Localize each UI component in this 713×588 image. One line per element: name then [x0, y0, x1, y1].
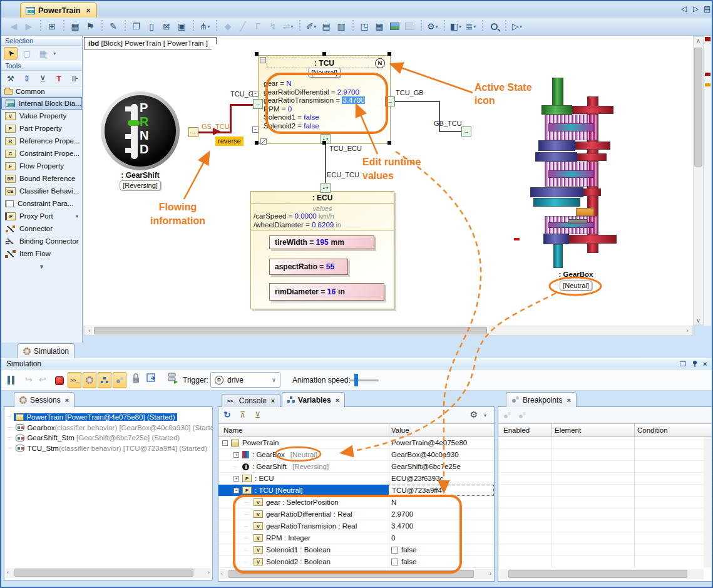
variable-row[interactable]: ┄VgearRatioDifferential : Real2.9700 [218, 508, 494, 520]
port-gs-tcu[interactable]: → [188, 127, 198, 137]
diagram-list-icon[interactable]: ▤ [704, 4, 710, 13]
warning-marker[interactable] [705, 83, 710, 86]
breakpoints-toggle-icon[interactable] [113, 372, 126, 388]
gearshift-state-label[interactable]: [Reversing] [120, 180, 161, 190]
breakpoints-vscrollbar[interactable] [704, 437, 711, 567]
multi-select-tool-icon[interactable]: ▦ [36, 47, 50, 59]
compartment-grip[interactable] [260, 57, 266, 63]
tcu-runtime-values[interactable]: gear = NgearRatioDifferential = 2.9700ge… [264, 80, 365, 130]
column-condition[interactable]: Condition [637, 424, 668, 437]
gear-icon[interactable]: ⚙ [469, 410, 478, 420]
close-tab-icon[interactable]: × [271, 397, 275, 405]
copy-format-icon[interactable]: ▣ [175, 19, 188, 33]
variable-row[interactable]: ┄VSolenoid2 : Booleanfalse [218, 556, 494, 568]
forward-icon[interactable]: ▶ [22, 19, 36, 33]
lock-icon[interactable] [131, 373, 140, 385]
paste-icon[interactable]: ▯ [145, 19, 158, 33]
step-into-icon[interactable]: ↪ [25, 374, 33, 384]
variable-row[interactable]: −P: TCU [Neutral]TCU@723a9ff4 [218, 485, 494, 497]
session-item[interactable]: ┄GearShift_Stm [GearShift@6bc7e25e] (Sta… [8, 433, 182, 443]
expand-icon[interactable]: + [233, 476, 239, 482]
session-item[interactable]: ┄Gearbox(classifier behavior) [GearBox@4… [8, 423, 213, 433]
port-ecu-tcu[interactable]: ▲▼ [321, 183, 331, 193]
session-item[interactable]: ┄TCU_Stm(classifier behavior) [TCU@723a9… [8, 443, 209, 453]
checkbox[interactable] [391, 559, 398, 565]
column-divider[interactable] [634, 424, 635, 438]
palette-common-group[interactable]: Common [1, 86, 82, 97]
layout-tool-icon[interactable]: ⊪ [68, 72, 82, 85]
breakpoints-hscrollbar[interactable] [500, 569, 704, 579]
column-divider[interactable] [551, 424, 552, 438]
path-corner-icon[interactable]: Γ [251, 19, 265, 33]
palette-item-item-flow[interactable]: Item Flow [1, 247, 82, 260]
close-tab-icon[interactable]: × [86, 6, 90, 15]
collapse-tool-icon[interactable]: ⊻ [36, 72, 50, 85]
palette-item-constraint-para[interactable]: Constraint Para... [1, 197, 82, 210]
variables-hscrollbar[interactable]: ‹ › [220, 569, 493, 579]
ecu-parameter-box[interactable]: rimDiameter = 16in [269, 283, 384, 301]
variable-row[interactable]: ┄VSolenoid1 : Booleanfalse [218, 544, 494, 556]
selection-handle[interactable] [255, 52, 259, 56]
error-marker[interactable] [705, 73, 710, 76]
tab-sessions[interactable]: Sessions × [14, 392, 74, 407]
flow-information-label[interactable]: reverse [215, 137, 244, 146]
palette-item-proxy-port[interactable]: PProxy Port▾ [1, 210, 82, 222]
ecu-parameter-box[interactable]: tireWidth = 195mm [269, 235, 374, 249]
selection-handle[interactable] [255, 141, 259, 145]
pin-panel-icon[interactable] [692, 360, 698, 369]
palette-item-bound-reference[interactable]: BRBound Reference [1, 172, 82, 185]
path-type-icon[interactable]: ⇌▾ [281, 19, 295, 33]
collapse-all-icon[interactable]: ⊻ [255, 410, 261, 420]
collapse-icon[interactable]: − [233, 488, 239, 493]
image-icon[interactable] [387, 19, 401, 33]
options-dd-icon[interactable]: ▾ [484, 413, 486, 418]
dropdown-arrow-icon[interactable]: ▾ [76, 214, 78, 219]
gearbox-image[interactable] [530, 75, 618, 269]
scroll-down-icon[interactable]: ∨ [694, 317, 703, 324]
edit-compartments-icon[interactable]: ✎ [106, 19, 120, 33]
selection-dd-icon[interactable]: ▾ [53, 51, 56, 56]
variable-row[interactable]: −PowerTrainPowerTrain@4e075e80 [218, 437, 494, 449]
scroll-right-icon[interactable]: › [490, 570, 491, 577]
palette-item-flow-property[interactable]: FFlow Property [1, 160, 82, 172]
prev-diagram-icon[interactable]: ◁ [681, 4, 687, 13]
gear-icon[interactable]: ⚙▾ [426, 19, 439, 33]
pause-icon[interactable] [8, 376, 10, 384]
variable-row[interactable]: +P: ECUECU@23f6393c [218, 473, 494, 485]
connector-tcu-gb[interactable] [394, 101, 439, 102]
column-name[interactable]: Name [218, 426, 243, 434]
trigger-dropdown[interactable]: D drive ∨ [210, 372, 280, 388]
text-tool-icon[interactable]: T [52, 72, 66, 85]
port-tcu-gs[interactable]: → [253, 99, 263, 109]
stamp-tool-icon[interactable]: ⚒ [4, 72, 18, 85]
refresh-icon[interactable]: ↻ [223, 410, 231, 420]
value-text[interactable]: 3.4700 [342, 96, 365, 104]
spread-tool-icon[interactable]: ⇕ [20, 72, 34, 85]
sessions-hscrollbar[interactable]: ‹ › [6, 568, 211, 578]
checkbox[interactable] [391, 547, 398, 554]
export-icon[interactable] [146, 373, 157, 385]
tcu-title[interactable]: : TCU [267, 58, 382, 68]
port-label-tcu-gb[interactable]: TCU_GB [396, 89, 424, 96]
resize-grip-icon[interactable] [260, 138, 267, 145]
tcu-value-line[interactable]: gearRatioTransmision = 3.4700 [264, 96, 365, 105]
delete-icon[interactable]: ⊠ [160, 19, 173, 33]
close-panel-icon[interactable]: × [703, 360, 707, 368]
variable-row[interactable]: +: GearBox[Neutral]GearBox@40c0a930 [218, 449, 494, 461]
palette-item-reference-prope[interactable]: RReference Prope... [1, 135, 82, 147]
tab-simulation[interactable]: Simulation [18, 343, 74, 358]
close-tab-icon[interactable]: × [65, 396, 69, 404]
scroll-left-icon[interactable]: ‹ [221, 570, 223, 577]
gearbox-title[interactable]: : GearBox [513, 271, 639, 278]
scroll-up-icon[interactable]: ∧ [694, 38, 703, 44]
palette-item-constraint-prope[interactable]: CConstraint Prope... [1, 147, 82, 160]
variables-toggle-icon[interactable] [98, 372, 111, 388]
marquee-tool-icon[interactable]: ▢ [20, 47, 34, 59]
column-element[interactable]: Element [555, 424, 581, 437]
hierarchy-icon[interactable]: ⋔▾ [198, 19, 212, 33]
tcu-value-line[interactable]: Solenoid1 = false [264, 113, 365, 122]
next-diagram-icon[interactable]: ▷ [693, 4, 699, 13]
scroll-left-icon[interactable]: ‹ [86, 328, 93, 334]
connector-gs-tcu[interactable] [230, 104, 232, 133]
active-state-badge[interactable]: N [375, 58, 385, 68]
